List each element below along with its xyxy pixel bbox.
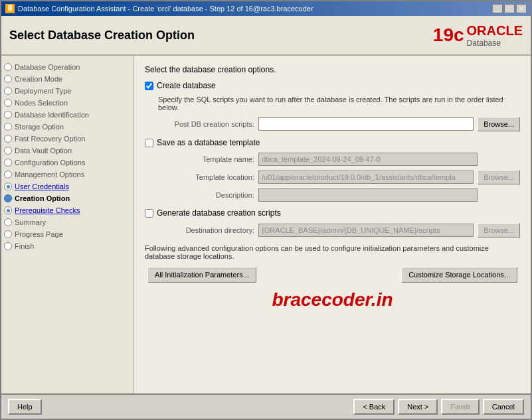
generate-scripts-row: Generate database creation scripts bbox=[145, 208, 520, 218]
oracle-brand-text: ORACLE Database bbox=[467, 23, 523, 48]
template-location-row: Template location: Browse... bbox=[158, 170, 520, 184]
sidebar-label: Summary bbox=[15, 218, 46, 226]
generate-scripts-section: Generate database creation scripts Desti… bbox=[145, 208, 520, 238]
sidebar-label: Creation Mode bbox=[15, 75, 62, 83]
app-icon: 🗄 bbox=[5, 4, 15, 13]
close-button[interactable]: ✕ bbox=[516, 4, 527, 13]
template-fields: Template name: Template location: Browse… bbox=[158, 153, 520, 202]
minimize-button[interactable]: _ bbox=[492, 4, 503, 13]
description-input bbox=[258, 188, 478, 202]
page-title: Select Database Creation Option bbox=[9, 29, 195, 42]
create-db-checkbox[interactable] bbox=[145, 82, 153, 90]
description-row: Description: bbox=[158, 188, 520, 202]
title-bar-left: 🗄 Database Configuration Assistant - Cre… bbox=[5, 4, 313, 13]
sidebar-circle bbox=[4, 159, 12, 167]
sidebar-circle bbox=[4, 182, 12, 190]
post-scripts-label: Post DB creation scripts: bbox=[158, 120, 254, 128]
window-controls: _ □ ✕ bbox=[492, 4, 527, 13]
sidebar-label: Progress Page bbox=[15, 230, 63, 238]
sidebar-item-progress-page: Progress Page bbox=[1, 228, 133, 240]
sidebar-item-deployment-type: Deployment Type bbox=[1, 85, 133, 97]
post-scripts-input[interactable] bbox=[258, 117, 474, 131]
help-button[interactable]: Help bbox=[8, 399, 42, 415]
save-template-section: Save as a database template Template nam… bbox=[145, 138, 520, 202]
header-bar: Select Database Creation Option 19c ORAC… bbox=[1, 16, 531, 56]
save-template-row: Save as a database template bbox=[145, 138, 520, 147]
sidebar-item-finish: Finish bbox=[1, 240, 133, 252]
content-area: Database Operation Creation Mode Deploym… bbox=[1, 56, 531, 393]
advanced-buttons: All Initialization Parameters... Customi… bbox=[145, 267, 520, 283]
sidebar-label: Nodes Selection bbox=[15, 99, 68, 107]
footer-right: < Back Next > Finish Cancel bbox=[353, 399, 524, 415]
sidebar-item-prerequisite-checks[interactable]: Prerequisite Checks bbox=[1, 204, 133, 216]
sidebar-label: Management Options bbox=[15, 171, 84, 178]
template-location-input bbox=[258, 171, 474, 184]
sidebar-circle bbox=[4, 230, 12, 238]
sidebar-label: Deployment Type bbox=[15, 87, 71, 95]
sidebar-circle bbox=[4, 111, 12, 119]
save-template-label: Save as a database template bbox=[157, 138, 260, 147]
oracle-brand: ORACLE bbox=[467, 23, 523, 38]
window-title: Database Configuration Assistant - Creat… bbox=[18, 5, 313, 13]
sidebar-item-fast-recovery: Fast Recovery Option bbox=[1, 133, 133, 145]
main-window: 🗄 Database Configuration Assistant - Cre… bbox=[0, 0, 532, 420]
maximize-button[interactable]: □ bbox=[504, 4, 515, 13]
sidebar-item-database-operation: Database Operation bbox=[1, 61, 133, 73]
sidebar-item-configuration-options: Configuration Options bbox=[1, 157, 133, 169]
template-name-label: Template name: bbox=[158, 155, 254, 163]
browse-location-button: Browse... bbox=[478, 170, 520, 184]
sidebar-label: Creation Option bbox=[15, 194, 70, 202]
save-template-checkbox[interactable] bbox=[145, 139, 153, 147]
generate-scripts-checkbox[interactable] bbox=[145, 209, 153, 218]
sidebar-circle bbox=[4, 218, 12, 226]
sidebar-circle bbox=[4, 206, 12, 214]
sidebar-label: Finish bbox=[15, 242, 34, 250]
sidebar-circle bbox=[4, 135, 12, 143]
create-db-indent: Specify the SQL scripts you want to run … bbox=[158, 96, 520, 131]
create-db-row: Create database bbox=[145, 81, 520, 90]
customize-storage-button[interactable]: Customize Storage Locations... bbox=[401, 267, 517, 283]
sidebar-item-creation-option: Creation Option bbox=[1, 192, 133, 204]
create-db-section: Create database Specify the SQL scripts … bbox=[145, 81, 520, 131]
sidebar-label: Storage Option bbox=[15, 123, 64, 131]
description-label: Description: bbox=[158, 191, 254, 199]
back-button[interactable]: < Back bbox=[353, 399, 395, 415]
browse-dest-button: Browse... bbox=[478, 223, 520, 238]
scripts-description: Specify the SQL scripts you want to run … bbox=[158, 96, 520, 111]
sidebar-item-nodes-selection: Nodes Selection bbox=[1, 97, 133, 109]
all-init-params-button[interactable]: All Initialization Parameters... bbox=[147, 267, 256, 283]
sidebar-circle bbox=[4, 75, 12, 83]
template-name-row: Template name: bbox=[158, 153, 520, 166]
oracle-logo: 19c ORACLE Database bbox=[433, 23, 523, 48]
advanced-description: Following advanced configuration options… bbox=[145, 244, 517, 260]
sidebar-item-summary: Summary bbox=[1, 216, 133, 228]
template-location-label: Template location: bbox=[158, 173, 254, 181]
watermark-text: bracecoder.in bbox=[145, 283, 520, 317]
instruction-text: Select the database creation options. bbox=[145, 65, 520, 74]
oracle-version: 19c bbox=[433, 25, 464, 46]
sidebar-circle bbox=[4, 63, 12, 71]
oracle-product: Database bbox=[467, 38, 501, 48]
next-button[interactable]: Next > bbox=[398, 399, 438, 415]
sidebar-label: Database Identification bbox=[15, 111, 89, 119]
cancel-button[interactable]: Cancel bbox=[483, 399, 524, 415]
sidebar-item-storage-option: Storage Option bbox=[1, 121, 133, 133]
sidebar-label: Prerequisite Checks bbox=[15, 206, 80, 214]
sidebar-label: User Credentials bbox=[15, 182, 69, 190]
sidebar-item-user-credentials[interactable]: User Credentials bbox=[1, 180, 133, 192]
sidebar-item-database-identification: Database Identification bbox=[1, 109, 133, 121]
sidebar: Database Operation Creation Mode Deploym… bbox=[1, 56, 134, 393]
sidebar-circle bbox=[4, 242, 12, 250]
destination-dir-row: Destination directory: Browse... bbox=[158, 223, 520, 238]
sidebar-item-creation-mode: Creation Mode bbox=[1, 73, 133, 85]
browse-scripts-button[interactable]: Browse... bbox=[478, 117, 520, 131]
main-content-area: Select the database creation options. Cr… bbox=[134, 56, 531, 393]
create-db-label: Create database bbox=[157, 81, 216, 90]
post-scripts-row: Post DB creation scripts: Browse... bbox=[158, 117, 520, 131]
sidebar-circle bbox=[4, 99, 12, 107]
sidebar-circle bbox=[4, 123, 12, 131]
sidebar-item-data-vault: Data Vault Option bbox=[1, 145, 133, 157]
sidebar-circle bbox=[4, 147, 12, 155]
scripts-dest: Destination directory: Browse... bbox=[158, 223, 520, 238]
sidebar-item-management-options: Management Options bbox=[1, 169, 133, 180]
